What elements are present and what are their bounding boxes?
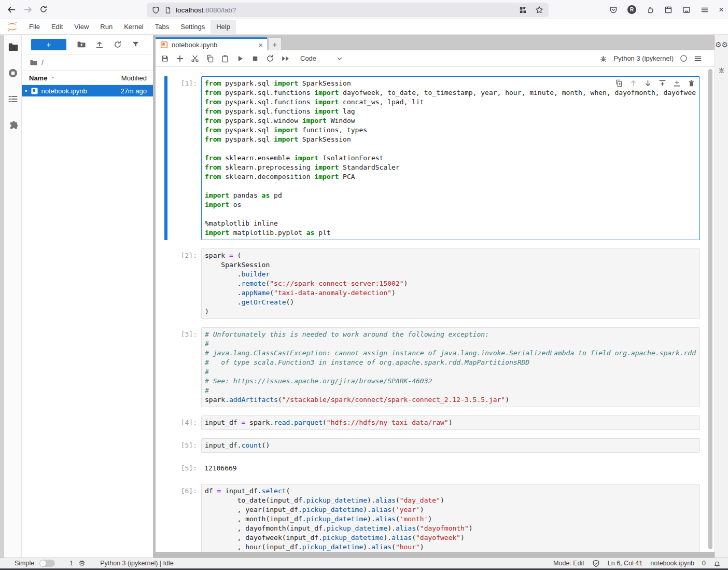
- running-kernels-icon[interactable]: [8, 68, 18, 78]
- mode-indicator[interactable]: Mode: Edit: [553, 560, 584, 567]
- code-line: #: [205, 339, 696, 349]
- duplicate-icon[interactable]: [615, 79, 623, 87]
- menu-item-settings[interactable]: Settings: [175, 20, 211, 34]
- code-text: input_df = spark.read.parquet("hdfs://hd…: [205, 418, 696, 427]
- cell-input[interactable]: from pyspark.sql import SparkSessionfrom…: [201, 76, 700, 240]
- menu-item-file[interactable]: File: [23, 20, 46, 34]
- cell-hover-toolbar: [615, 79, 695, 87]
- account-avatar[interactable]: R: [627, 5, 636, 14]
- back-icon[interactable]: [7, 5, 16, 14]
- screenshot-grid-icon[interactable]: [519, 6, 527, 14]
- extension-manager-icon[interactable]: [8, 120, 18, 130]
- kernel-name[interactable]: Python 3 (ipykernel): [613, 54, 674, 62]
- notebook-scrollbar[interactable]: [708, 69, 712, 549]
- tab-close-icon[interactable]: ×: [258, 41, 263, 49]
- simple-mode-label: Simple: [15, 560, 34, 567]
- cell-input[interactable]: input_df.count(): [201, 438, 700, 453]
- new-tab-button[interactable]: +: [268, 37, 282, 50]
- close-window-icon[interactable]: ×: [719, 5, 724, 15]
- menu-item-help[interactable]: Help: [211, 20, 236, 34]
- filter-icon[interactable]: [132, 40, 139, 49]
- delete-icon[interactable]: [688, 79, 695, 87]
- move-up-icon[interactable]: [629, 79, 637, 87]
- menu-item-run[interactable]: Run: [94, 20, 118, 34]
- shield-icon[interactable]: [152, 6, 160, 14]
- sidebar-icon[interactable]: [682, 6, 691, 14]
- code-line: %matplotlib inline: [205, 219, 696, 228]
- cut-icon[interactable]: [191, 54, 199, 63]
- trust-shield-icon[interactable]: [592, 560, 600, 567]
- unsaved-dot: •: [25, 88, 27, 94]
- cell-type-dropdown[interactable]: Code: [300, 54, 343, 62]
- kernel-count[interactable]: 1: [69, 560, 73, 567]
- notebook-menu-icon[interactable]: [694, 54, 702, 63]
- menu-item-edit[interactable]: Edit: [46, 20, 68, 34]
- menu-items: FileEditViewRunKernelTabsSettingsHelp: [23, 19, 236, 34]
- upload-icon[interactable]: [95, 40, 104, 49]
- table-of-contents-icon[interactable]: [8, 94, 18, 104]
- menu-item-view[interactable]: View: [68, 20, 94, 34]
- property-inspector-icon[interactable]: ⚙⚙: [715, 41, 728, 48]
- cell-prompt: [3]:: [156, 330, 197, 339]
- file-browser-icon[interactable]: [8, 42, 18, 52]
- restart-kernel-icon[interactable]: [266, 54, 274, 63]
- menu-icon[interactable]: [701, 6, 709, 14]
- url-bar[interactable]: localhost:8080/lab?: [147, 3, 549, 17]
- cursor-position[interactable]: Ln 6, Col 41: [608, 560, 642, 567]
- dock-tab-bar: notebook.ipynb × +: [156, 35, 715, 50]
- cell-input[interactable]: df = input_df.select( to_date(input_df.p…: [201, 484, 700, 552]
- kernel-chip-icon[interactable]: [78, 560, 86, 567]
- code-text: 12106669: [204, 464, 697, 473]
- code-line: , dayofmonth(input_df.pickup_datetime).a…: [205, 524, 696, 533]
- cell-collapser[interactable]: [164, 76, 167, 240]
- notification-count[interactable]: 0: [702, 560, 706, 567]
- notebook-file-icon: [31, 87, 38, 95]
- refresh-icon[interactable]: [114, 40, 122, 49]
- code-line: .appName("taxi-data-anomaly-detection"): [205, 288, 696, 298]
- run-all-icon[interactable]: [281, 54, 290, 63]
- code-line: import os: [205, 200, 696, 210]
- library-icon[interactable]: [664, 6, 673, 14]
- code-line: #: [205, 386, 696, 395]
- breadcrumb-root[interactable]: /: [41, 59, 44, 66]
- breadcrumb[interactable]: /: [22, 54, 153, 71]
- forward-icon[interactable]: [23, 5, 32, 14]
- copy-icon[interactable]: [206, 54, 214, 63]
- new-launcher-button[interactable]: +: [31, 39, 66, 50]
- tab-title: notebook.ipynb: [172, 41, 255, 49]
- code-line: SparkSession: [205, 260, 696, 270]
- reload-icon[interactable]: [39, 5, 48, 13]
- name-column-header[interactable]: Name: [29, 74, 47, 82]
- move-down-icon[interactable]: [644, 79, 652, 87]
- cell-input[interactable]: spark = ( SparkSession .builder .remote(…: [201, 248, 700, 319]
- extension-icon[interactable]: [646, 6, 654, 14]
- file-browser-panel: + / Name Modified •: [22, 35, 153, 558]
- paste-icon[interactable]: [221, 54, 229, 63]
- insert-below-icon[interactable]: [673, 79, 681, 87]
- cell-input[interactable]: # Unfortunately this is needed to work a…: [201, 327, 700, 407]
- code-text: spark = ( SparkSession .builder .remote(…: [205, 251, 696, 316]
- debugger-sidebar-icon[interactable]: [718, 66, 725, 74]
- add-cell-icon[interactable]: [176, 54, 184, 63]
- simple-mode-toggle[interactable]: [39, 560, 55, 567]
- debugger-bug-icon[interactable]: [599, 54, 607, 63]
- sort-ascending-icon[interactable]: [50, 75, 55, 80]
- kernel-status-icon[interactable]: [680, 54, 688, 62]
- tab-notebook[interactable]: notebook.ipynb ×: [156, 37, 267, 50]
- code-line: 12106669: [204, 464, 697, 473]
- modified-column-header[interactable]: Modified: [121, 74, 147, 82]
- insert-above-icon[interactable]: [659, 79, 666, 87]
- menu-item-tabs[interactable]: Tabs: [149, 20, 175, 34]
- new-folder-icon[interactable]: [77, 40, 86, 49]
- run-icon[interactable]: [236, 54, 244, 63]
- pocket-icon[interactable]: [609, 6, 618, 14]
- kernel-status-text[interactable]: Python 3 (ipykernel) | Idle: [100, 560, 174, 567]
- cell-input[interactable]: input_df = spark.read.parquet("hdfs://hd…: [201, 415, 700, 430]
- bookmark-star-icon[interactable]: [535, 6, 543, 14]
- file-list-item[interactable]: • notebook.ipynb 27m ago: [22, 85, 153, 96]
- save-icon[interactable]: [161, 54, 169, 63]
- status-filename[interactable]: notebook.ipynb: [650, 560, 694, 567]
- menu-item-kernel[interactable]: Kernel: [118, 20, 149, 34]
- stop-icon[interactable]: [251, 54, 259, 63]
- bell-icon[interactable]: [713, 560, 721, 567]
